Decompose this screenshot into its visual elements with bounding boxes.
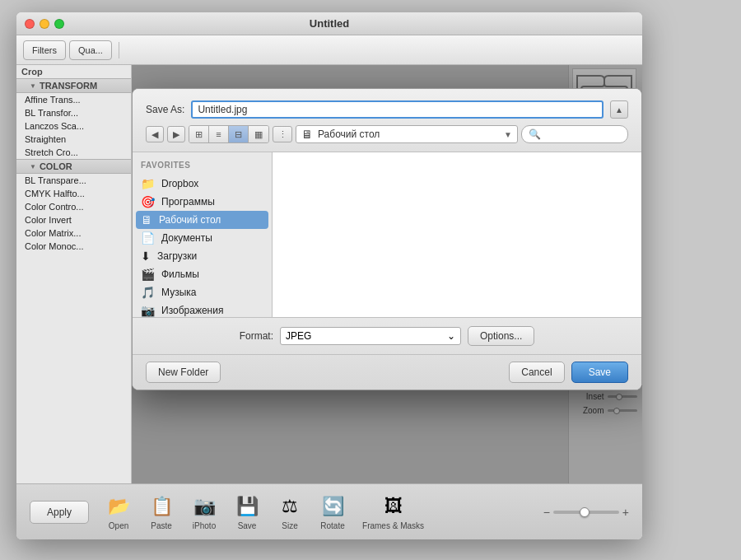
options-button[interactable]: Options... <box>468 326 534 346</box>
save-button[interactable]: Save <box>571 362 628 383</box>
fav-music[interactable]: 🎵 Музыка <box>133 283 272 301</box>
folder-name-text: Рабочий стол <box>318 128 380 140</box>
view-icon-btn[interactable]: ⊞ <box>189 126 209 142</box>
filename-input[interactable] <box>191 100 604 119</box>
view-list-btn[interactable]: ≡ <box>209 126 229 142</box>
dialog-nav-bar: ◀ ▶ ⊞ ≡ ⊟ ▦ ⋮ 🖥 <box>146 125 628 143</box>
zoom-bar: − + <box>543 506 629 519</box>
format-label: Format: <box>240 330 273 342</box>
nav-back-button[interactable]: ◀ <box>146 126 164 142</box>
save-dialog: Save As: ▲ ◀ ▶ ⊞ ≡ <box>132 88 642 390</box>
iphoto-icon: 📷 <box>191 493 217 520</box>
maximize-button[interactable] <box>54 19 64 29</box>
downloads-icon: ⬇ <box>141 250 151 263</box>
dialog-top: Save As: ▲ ◀ ▶ ⊞ ≡ <box>133 89 641 152</box>
open-tool[interactable]: 📂 Open <box>105 493 132 530</box>
save-icon: 💾 <box>234 493 260 520</box>
fav-downloads[interactable]: ⬇ Загрузки <box>133 247 272 265</box>
iphoto-label: iPhoto <box>193 521 216 530</box>
format-value-text: JPEG <box>286 330 311 342</box>
zoom-slider-thumb <box>580 507 590 517</box>
fav-downloads-label: Загрузки <box>157 250 197 262</box>
format-select[interactable]: JPEG ⌄ <box>280 327 461 345</box>
frames-masks-label: Frames & Masks <box>362 521 424 530</box>
sidebar-item-cmyk[interactable]: CMYK Halfto... <box>16 187 131 200</box>
expand-button[interactable]: ▲ <box>610 100 628 119</box>
crop-section-label: Crop <box>16 65 131 78</box>
bottom-toolbar: Apply 📂 Open 📋 Paste 📷 iPhoto 💾 Save ⚖ S… <box>16 483 642 539</box>
size-tool[interactable]: ⚖ Size <box>277 493 303 530</box>
file-panel <box>273 152 641 317</box>
dialog-overlay: Save As: ▲ ◀ ▶ ⊞ ≡ <box>132 65 642 483</box>
sidebar-item-color-control[interactable]: Color Contro... <box>16 200 131 213</box>
favorites-panel: FAVORITES 📁 Dropbox 🎯 Программы <box>133 152 273 317</box>
app-body: Filters Qua... Crop TRANSFORM Affine Tra… <box>16 35 642 539</box>
window-title: Untitled <box>310 17 349 30</box>
zoom-slider-bar[interactable] <box>553 511 619 514</box>
open-icon: 📂 <box>105 493 132 520</box>
transform-header-text: TRANSFORM <box>40 81 97 91</box>
paste-icon: 📋 <box>148 493 175 520</box>
folder-selector[interactable]: 🖥 Рабочий стол ▼ <box>296 125 518 143</box>
quality-tab[interactable]: Qua... <box>69 40 112 60</box>
iphoto-tool[interactable]: 📷 iPhoto <box>191 493 217 530</box>
fav-images[interactable]: 📷 Изображения <box>133 301 272 320</box>
sidebar-item-bl-transform[interactable]: BL Transfor... <box>16 106 131 119</box>
fav-movies[interactable]: 🎬 Фильмы <box>133 265 272 283</box>
color-section-header[interactable]: COLOR <box>16 159 131 174</box>
fav-dropbox[interactable]: 📁 Dropbox <box>133 175 272 193</box>
view-cover-btn[interactable]: ▦ <box>249 126 268 142</box>
sidebar-item-stretch-crop[interactable]: Stretch Cro... <box>16 146 131 159</box>
dropbox-icon: 📁 <box>141 177 155 190</box>
frames-masks-icon: 🖼 <box>380 493 407 520</box>
rotate-label: Rotate <box>320 521 344 530</box>
fav-movies-label: Фильмы <box>161 268 199 280</box>
nav-forward-button[interactable]: ▶ <box>167 126 185 142</box>
open-label: Open <box>109 521 128 530</box>
cancel-button[interactable]: Cancel <box>509 362 564 383</box>
search-box: 🔍 <box>521 125 628 143</box>
filters-tab[interactable]: Filters <box>23 40 66 60</box>
documents-icon: 📄 <box>141 231 155 245</box>
dialog-buttons-row: New Folder Cancel Save <box>133 355 641 390</box>
save-tool[interactable]: 💾 Save <box>234 493 260 530</box>
minimize-button[interactable] <box>40 19 49 29</box>
new-folder-button[interactable]: New Folder <box>146 362 221 383</box>
fav-desktop[interactable]: 🖥 Рабочий стол <box>136 211 268 229</box>
sidebar-item-color-monoc[interactable]: Color Monoc... <box>16 240 131 253</box>
sidebar-item-affine[interactable]: Affine Trans... <box>16 93 131 106</box>
fav-images-label: Изображения <box>161 305 223 316</box>
main-content: Crop TRANSFORM Affine Trans... BL Transf… <box>16 65 642 483</box>
paste-tool[interactable]: 📋 Paste <box>148 493 175 530</box>
folder-icon: 🖥 <box>301 128 313 141</box>
dialog-bottom: Format: JPEG ⌄ Options... New Folder Can… <box>133 317 641 390</box>
center-canvas-area: PRO version Color Transform ↩ ↪ △ <box>132 65 642 483</box>
close-button[interactable] <box>25 19 35 29</box>
fav-programs[interactable]: 🎯 Программы <box>133 193 272 211</box>
sidebar-item-color-invert[interactable]: Color Invert <box>16 213 131 226</box>
zoom-minus-button[interactable]: − <box>543 506 550 519</box>
zoom-plus-button[interactable]: + <box>622 506 629 519</box>
search-input[interactable] <box>544 129 610 139</box>
save-as-label: Save As: <box>146 104 184 115</box>
sidebar-item-lanczos[interactable]: Lanczos Sca... <box>16 119 131 133</box>
dialog-body: FAVORITES 📁 Dropbox 🎯 Программы <box>133 152 641 317</box>
sidebar-item-bl-transparent[interactable]: BL Transpare... <box>16 174 131 187</box>
sidebar-item-straighten[interactable]: Straighten <box>16 133 131 146</box>
sidebar-item-color-matrix[interactable]: Color Matrix... <box>16 226 131 240</box>
music-icon: 🎵 <box>141 286 155 299</box>
frames-masks-tool[interactable]: 🖼 Frames & Masks <box>362 493 424 530</box>
view-columns-btn[interactable]: ⊟ <box>229 126 249 142</box>
format-row: Format: JPEG ⌄ Options... <box>133 318 641 355</box>
save-as-row: Save As: ▲ <box>146 100 628 119</box>
rotate-tool[interactable]: 🔄 Rotate <box>319 493 346 530</box>
color-header-text: COLOR <box>40 161 72 171</box>
transform-section-header[interactable]: TRANSFORM <box>16 78 131 93</box>
search-icon: 🔍 <box>529 128 541 140</box>
top-toolbar: Filters Qua... <box>16 35 642 65</box>
arrange-btn[interactable]: ⋮ <box>273 126 292 142</box>
fav-documents[interactable]: 📄 Документы <box>133 229 272 247</box>
fav-programs-label: Программы <box>161 196 215 208</box>
apply-button[interactable]: Apply <box>30 501 89 524</box>
toolbar-separator <box>119 42 119 58</box>
